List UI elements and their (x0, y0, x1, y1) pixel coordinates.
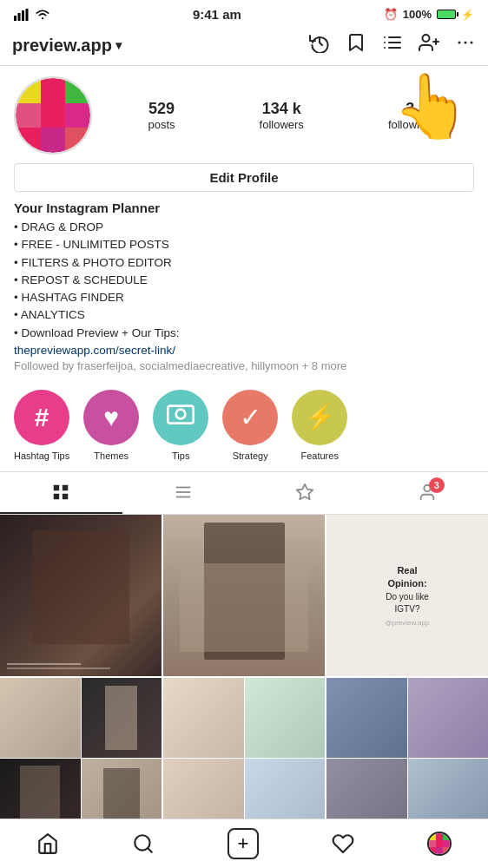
add-post-button[interactable]: + (228, 828, 259, 859)
svg-rect-21 (63, 494, 68, 499)
posts-count: 529 (148, 100, 175, 118)
followed-by: Followed by fraserfeijoa, socialmediaecr… (14, 359, 474, 372)
svg-line-28 (148, 848, 152, 852)
more-button[interactable] (455, 32, 476, 58)
wifi-icon (35, 9, 50, 21)
profile-section: 529 posts 134 k followers 3 following Ed… (0, 66, 488, 379)
stat-posts[interactable]: 529 posts (148, 100, 175, 131)
brand-text: preview.app (12, 36, 112, 56)
bio-line-7: • Download Preview + Our Tips: (14, 325, 474, 342)
highlight-themes[interactable]: ♥ Themes (83, 390, 139, 461)
highlight-circle-features: ⚡ (292, 390, 347, 445)
avatar-cell (41, 103, 66, 128)
list-view-icon (174, 483, 193, 502)
plus-icon: + (238, 832, 249, 855)
bottom-nav: + (0, 819, 488, 868)
highlight-label-hashtag: Hashtag Tips (14, 450, 69, 461)
highlight-label-features: Features (300, 450, 338, 461)
signal-area (14, 9, 50, 21)
svg-rect-18 (54, 485, 59, 490)
highlight-strategy[interactable]: ✓ Strategy (222, 390, 278, 461)
tab-list[interactable] (122, 472, 245, 514)
highlight-circle-themes: ♥ (83, 390, 139, 445)
grid-cell-3[interactable]: RealOpinion: Do you likeIGTV? @preview.a… (326, 515, 488, 676)
camera-icon (167, 400, 195, 434)
bookmark-icon (346, 32, 366, 53)
highlight-hashtag-tips[interactable]: # Hashtag Tips (14, 390, 69, 461)
svg-rect-3 (26, 9, 29, 21)
grid-text-sub: Do you likeIGTV? (386, 591, 428, 615)
svg-point-14 (465, 42, 467, 44)
image-grid: RealOpinion: Do you likeIGTV? @preview.a… (0, 515, 488, 868)
grid-text-main: RealOpinion: (387, 564, 426, 591)
avatar-cell (41, 128, 66, 153)
following-label: following (388, 118, 432, 131)
brand-area[interactable]: preview.app ▾ (12, 36, 122, 56)
svg-rect-0 (14, 16, 16, 21)
charging-icon: ⚡ (461, 9, 474, 21)
tab-grid[interactable] (0, 472, 122, 514)
battery-icon (437, 10, 456, 19)
profile-stats: 529 posts 134 k followers 3 following (106, 100, 474, 131)
battery-percent: 100% (403, 8, 432, 21)
grid-cell-6[interactable] (326, 678, 488, 839)
edit-profile-button[interactable]: Edit Profile (14, 163, 474, 192)
bio-link[interactable]: thepreviewapp.com/secret-link/ (14, 344, 175, 357)
avatar-cell (16, 128, 41, 153)
profile-top: 529 posts 134 k followers 3 following (14, 76, 474, 155)
clock: 9:41 am (193, 7, 241, 22)
highlight-tips[interactable]: Tips (153, 390, 208, 461)
heart-icon: ♥ (103, 403, 119, 432)
svg-point-15 (471, 42, 473, 44)
avatar-cell (65, 103, 90, 128)
history-button[interactable] (309, 32, 330, 58)
heart-button[interactable] (332, 832, 354, 855)
star-icon (295, 483, 314, 502)
followers-label: followers (260, 118, 304, 131)
avatar[interactable] (14, 76, 92, 155)
grid-cell-4[interactable] (0, 678, 162, 839)
stat-following[interactable]: 3 following (388, 100, 432, 131)
avatar-cell (16, 103, 41, 128)
profile-button[interactable] (427, 832, 452, 856)
home-button[interactable] (36, 832, 59, 855)
list-icon (382, 32, 403, 53)
bio-name: Your Instagram Planner (14, 201, 474, 215)
signal-icon (14, 9, 30, 21)
profile-bio: Your Instagram Planner • DRAG & DROP • F… (14, 201, 474, 379)
highlight-circle-hashtag: # (14, 390, 69, 445)
add-user-button[interactable] (419, 32, 439, 58)
heart-icon (332, 832, 354, 855)
status-right: ⏰ 100% ⚡ (384, 8, 474, 21)
highlight-circle-tips (153, 390, 208, 445)
search-button[interactable] (132, 832, 155, 855)
highlight-label-tips: Tips (172, 450, 189, 461)
grid-cell-1[interactable] (0, 515, 162, 676)
stat-followers[interactable]: 134 k followers (260, 100, 304, 131)
highlights-section: # Hashtag Tips ♥ Themes Tips (0, 379, 488, 472)
bio-line-4: • REPOST & SCHEDULE (14, 272, 474, 289)
highlight-features[interactable]: ⚡ Features (292, 390, 347, 461)
bio-line-3: • FILTERS & PHOTO EDITOR (14, 254, 474, 272)
avatar-cell (16, 78, 41, 103)
posts-label: posts (148, 118, 175, 131)
hashtag-icon: # (35, 403, 49, 432)
highlight-label-themes: Themes (94, 450, 129, 461)
svg-point-17 (176, 410, 186, 419)
grid-cell-5[interactable] (163, 678, 325, 839)
bio-line-2: • FREE - UNLIMITED POSTS (14, 236, 474, 253)
tab-mentions[interactable]: 3 (366, 472, 489, 514)
following-count: 3 (388, 100, 432, 118)
bio-line-5: • HASHTAG FINDER (14, 289, 474, 306)
list-view-button[interactable] (382, 32, 403, 58)
nav-icons (309, 32, 476, 58)
add-user-icon (419, 32, 439, 53)
search-icon (132, 832, 155, 855)
bookmark-button[interactable] (346, 32, 366, 58)
grid-cell-2[interactable] (163, 515, 325, 676)
svg-point-10 (423, 35, 430, 42)
tab-tagged[interactable] (244, 472, 366, 514)
nav-bar: preview.app ▾ (0, 25, 488, 66)
bio-line-6: • ANALYTICS (14, 306, 474, 324)
chevron-down-icon: ▾ (115, 38, 122, 52)
